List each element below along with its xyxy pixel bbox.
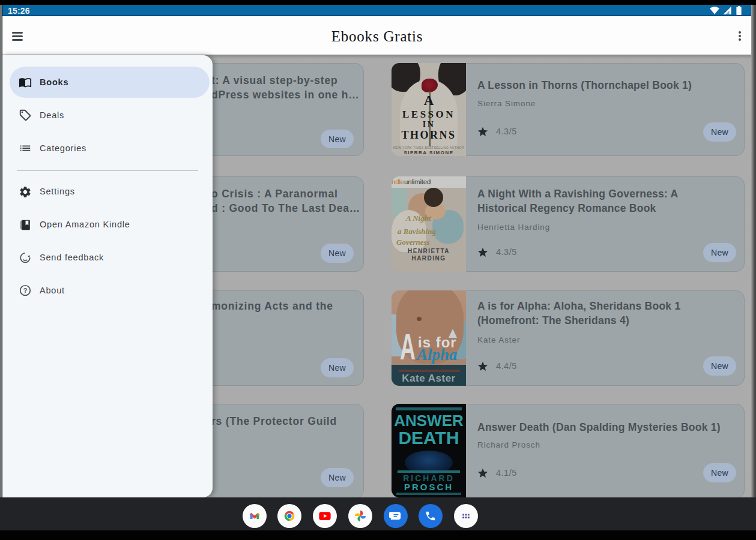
svg-text:?: ? [23, 287, 28, 294]
